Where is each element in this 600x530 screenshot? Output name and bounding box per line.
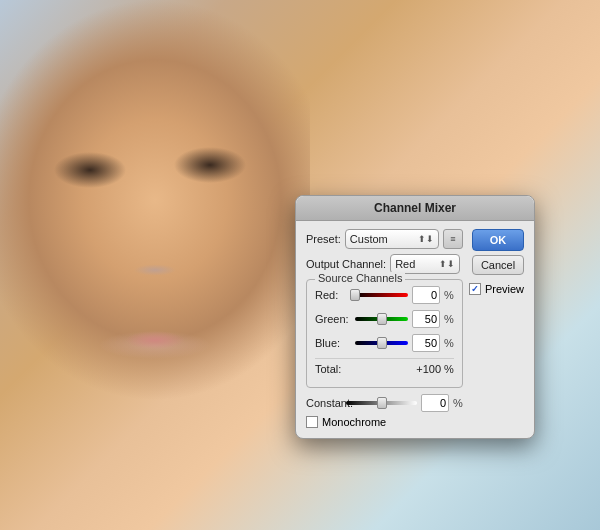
monochrome-checkbox[interactable]	[306, 416, 318, 428]
blue-slider-container	[355, 341, 408, 345]
source-channels-label: Source Channels	[315, 272, 405, 284]
preset-select[interactable]: Custom ⬆⬇	[345, 229, 439, 249]
output-channel-row: Output Channel: Red ⬆⬇	[306, 254, 463, 274]
red-percent: %	[444, 289, 454, 301]
monochrome-label: Monochrome	[322, 416, 386, 428]
dialog-content: Preset: Custom ⬆⬇ ≡ Output Channel: Red …	[306, 229, 524, 428]
preset-label: Preset:	[306, 233, 341, 245]
red-slider-track	[355, 293, 408, 297]
blue-channel-label: Blue:	[315, 337, 351, 349]
constant-percent: %	[453, 397, 463, 409]
preset-menu-button[interactable]: ≡	[443, 229, 463, 249]
red-value-input[interactable]: 0	[412, 286, 440, 304]
green-percent: %	[444, 313, 454, 325]
preview-checkbox[interactable]	[469, 283, 481, 295]
ok-label: OK	[490, 234, 507, 246]
constant-header-row: Constant: 0 %	[306, 394, 463, 412]
dialog-title: Channel Mixer	[374, 201, 456, 215]
menu-icon: ≡	[450, 234, 455, 244]
output-channel-label: Output Channel:	[306, 258, 386, 270]
output-channel-select[interactable]: Red ⬆⬇	[390, 254, 460, 274]
preview-label: Preview	[485, 283, 524, 295]
constant-value-input[interactable]: 0	[421, 394, 449, 412]
green-value: 50	[425, 313, 437, 325]
output-channel-arrow-icon: ⬆⬇	[439, 259, 455, 269]
dialog-body: Preset: Custom ⬆⬇ ≡ Output Channel: Red …	[296, 221, 534, 438]
blue-slider-thumb[interactable]	[377, 337, 387, 349]
blue-slider-track	[355, 341, 408, 345]
cancel-button[interactable]: Cancel	[472, 255, 524, 275]
red-channel-label: Red:	[315, 289, 351, 301]
red-slider-container	[355, 293, 408, 297]
green-slider-container	[355, 317, 408, 321]
constant-slider-track	[346, 401, 417, 405]
preset-arrow-icon: ⬆⬇	[418, 234, 434, 244]
dialog-titlebar: Channel Mixer	[296, 196, 534, 221]
blue-percent: %	[444, 337, 454, 349]
green-value-input[interactable]: 50	[412, 310, 440, 328]
total-value: +100 %	[404, 363, 454, 375]
blue-value: 50	[425, 337, 437, 349]
constant-slider-container	[346, 401, 417, 405]
green-slider-thumb[interactable]	[377, 313, 387, 325]
red-channel-row: Red: 0 %	[315, 286, 454, 304]
constant-value: 0	[440, 397, 446, 409]
dialog-side-buttons: OK Cancel Preview	[469, 229, 524, 428]
monochrome-row[interactable]: Monochrome	[306, 416, 463, 428]
cancel-label: Cancel	[481, 259, 515, 271]
constant-slider-thumb[interactable]	[377, 397, 387, 409]
constant-section: Constant: 0 %	[306, 394, 463, 412]
red-slider-thumb[interactable]	[350, 289, 360, 301]
dialog-main: Preset: Custom ⬆⬇ ≡ Output Channel: Red …	[306, 229, 463, 428]
blue-channel-row: Blue: 50 %	[315, 334, 454, 352]
constant-label: Constant:	[306, 397, 342, 409]
ok-button[interactable]: OK	[472, 229, 524, 251]
source-channels-group: Source Channels Red: 0 %	[306, 279, 463, 388]
green-channel-label: Green:	[315, 313, 351, 325]
face-detail	[0, 0, 310, 530]
channel-mixer-dialog: Channel Mixer Preset: Custom ⬆⬇ ≡	[295, 195, 535, 439]
total-label: Total:	[315, 363, 404, 375]
preset-row: Preset: Custom ⬆⬇ ≡	[306, 229, 463, 249]
preview-row[interactable]: Preview	[469, 283, 524, 295]
blue-value-input[interactable]: 50	[412, 334, 440, 352]
output-channel-value: Red	[395, 258, 415, 270]
green-slider-track	[355, 317, 408, 321]
red-value: 0	[431, 289, 437, 301]
total-row: Total: +100 %	[315, 358, 454, 379]
green-channel-row: Green: 50 %	[315, 310, 454, 328]
preset-value: Custom	[350, 233, 388, 245]
